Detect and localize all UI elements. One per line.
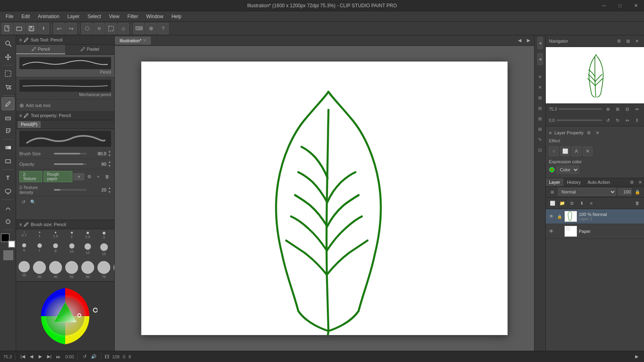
bs-item-1.5[interactable]: 1.5 [48, 231, 63, 241]
brush-item-mechanical[interactable]: Mechanical pencil [16, 77, 114, 100]
subtool-collapse-icon[interactable]: ≡ [19, 37, 22, 42]
bs-item-7[interactable]: 7 [32, 243, 47, 259]
nav-expand-icon[interactable]: ⊞ [624, 37, 632, 45]
new-button[interactable] [2, 23, 13, 34]
prop-delete-icon[interactable]: 🗑 [103, 173, 111, 181]
bs-item-0.7[interactable]: 0.7 [18, 231, 31, 241]
tool-fill[interactable] [2, 125, 14, 138]
bs-item-2.5[interactable]: 2.5 [80, 231, 95, 241]
flatten-btn[interactable]: ≡ [587, 199, 596, 208]
maximize-button[interactable]: □ [612, 0, 628, 11]
bs-item-3[interactable]: 3 [97, 231, 111, 241]
nav-zoom-plus-icon[interactable]: ⊕ [604, 105, 612, 113]
status-right-btn[interactable]: ▶ [633, 353, 641, 361]
layer-panel-close[interactable]: ✕ [636, 178, 644, 186]
right-icon-8[interactable]: ⊡ [536, 146, 545, 154]
bs-item-15[interactable]: 15 [97, 243, 111, 259]
right-icon-6[interactable]: ⊞ [536, 125, 545, 134]
spinner-down[interactable]: ▼ [108, 154, 111, 157]
play-prev-btn[interactable]: ◀ [27, 353, 35, 361]
delete-layer-btn[interactable]: 🗑 [633, 199, 642, 208]
layer-vis-1[interactable]: 👁 [548, 213, 555, 220]
minimize-button[interactable]: ─ [596, 0, 612, 11]
nav-rotate-left-icon[interactable]: ↺ [604, 116, 612, 124]
color-pattern-swatch[interactable] [3, 250, 13, 260]
undo-button[interactable]: ↩ [54, 23, 65, 34]
bs-item-12[interactable]: 12 [80, 243, 95, 259]
right-icon-2[interactable]: ✕ [536, 83, 545, 92]
play-btn[interactable]: ▶ [36, 353, 44, 361]
bs-item-2[interactable]: 2 [64, 231, 79, 241]
tool-connect[interactable] [2, 202, 14, 214]
effect-icon-2[interactable]: ⬜ [560, 146, 570, 156]
bs-item-10[interactable]: 10 [64, 243, 79, 259]
subtool-tab-pencil[interactable]: Pencil [16, 45, 65, 54]
copy-layer-btn[interactable]: ⧉ [568, 199, 576, 208]
bs-item-17[interactable]: 17 [113, 243, 114, 259]
tool-text[interactable]: T [2, 171, 14, 184]
color-wheel[interactable] [33, 284, 97, 348]
brush-size-slider[interactable] [54, 153, 87, 154]
layer-vis-paper[interactable]: 👁 [548, 228, 555, 234]
opacity-spinner-up[interactable]: ▲ [108, 160, 111, 164]
menu-file[interactable]: File [2, 13, 17, 20]
select-lasso-button[interactable]: ◇ [118, 23, 129, 34]
right-collapse-btn[interactable]: ◀ [537, 37, 543, 49]
brush-item-pencil[interactable]: Pencil [16, 55, 114, 77]
menu-view[interactable]: View [105, 13, 124, 20]
export-button[interactable]: ⬆ [38, 23, 49, 34]
right-icon-3[interactable]: ⊞ [536, 93, 545, 102]
layer-tab-layer[interactable]: Layer [546, 178, 564, 186]
rough-paper-button[interactable]: Rough paper [43, 171, 72, 182]
audio-btn[interactable]: 🔊 [90, 353, 98, 361]
select-rect-button[interactable] [105, 23, 117, 34]
reset-icon[interactable]: ↺ [19, 198, 27, 206]
tool-zoom[interactable] [2, 37, 14, 50]
doc-tab-close[interactable]: ✕ [143, 38, 146, 43]
canvas-viewport[interactable] [115, 46, 534, 351]
doc-tab-illustration[interactable]: Illustration* ✕ [115, 37, 151, 45]
lock-icon[interactable]: 🔒 [634, 188, 642, 196]
bs-item-4[interactable]: 4 [113, 231, 114, 241]
menu-edit[interactable]: Edit [17, 13, 34, 20]
delete-texture-button[interactable]: ✕ [74, 173, 84, 180]
bs-item-70[interactable]: 70 [97, 260, 111, 280]
play-begin-btn[interactable]: |◀ [19, 353, 27, 361]
menu-layer[interactable]: Layer [63, 13, 83, 20]
tool-auto-select[interactable] [2, 81, 14, 94]
nav-rotate-right-icon[interactable]: ↻ [613, 116, 621, 124]
blend-mode-select[interactable]: Normal [558, 188, 616, 196]
nav-rotate-slider[interactable] [556, 119, 602, 121]
nav-zoom-actual-icon[interactable]: ⊟ [623, 105, 631, 113]
menu-help[interactable]: Help [167, 13, 186, 20]
lp-settings-icon[interactable]: ⚙ [585, 129, 593, 137]
effect-icon-1[interactable]: ○ [549, 146, 559, 156]
tool-eraser[interactable] [2, 111, 14, 124]
layer-item-1[interactable]: 👁 🔒 100 % Normal Layer 1 [546, 209, 644, 224]
layer-item-paper[interactable]: 👁 Paper [546, 224, 644, 239]
close-button[interactable]: ✕ [628, 0, 644, 11]
loop-btn[interactable]: ↺ [81, 353, 89, 361]
opacity-input[interactable] [618, 188, 632, 195]
nav-zoom-fit-icon[interactable]: ⊞ [613, 105, 621, 113]
bs-item-8[interactable]: 8 [48, 243, 63, 259]
layer-blend-icon-1[interactable]: ⊞ [548, 188, 556, 196]
density-up[interactable]: ▲ [108, 186, 111, 190]
redo-button[interactable]: ↪ [66, 23, 77, 34]
eyedropper-button[interactable]: ⌨ [133, 23, 144, 34]
tool-figure[interactable] [2, 155, 14, 168]
nav-zoom-slider[interactable] [558, 108, 602, 110]
texture-button[interactable]: 2-Texture [19, 171, 42, 182]
bs-item-30[interactable]: 30 [32, 260, 47, 280]
bs-collapse-icon[interactable]: ≡ [19, 222, 22, 227]
layer-panel-settings[interactable]: ⚙ [628, 178, 636, 186]
tool-gradient[interactable] [2, 141, 14, 154]
lp-collapse[interactable]: ≡ [549, 130, 551, 135]
prop-tab-pencil[interactable]: Pencil(P) [18, 121, 41, 128]
texture-density-slider[interactable] [54, 189, 87, 191]
zoom-button[interactable]: ⊕ [145, 23, 157, 34]
density-down[interactable]: ▼ [108, 190, 111, 194]
background-color-mini[interactable] [8, 241, 15, 248]
layer-lock-1[interactable]: 🔒 [556, 213, 563, 220]
tool-selection[interactable] [2, 67, 14, 80]
